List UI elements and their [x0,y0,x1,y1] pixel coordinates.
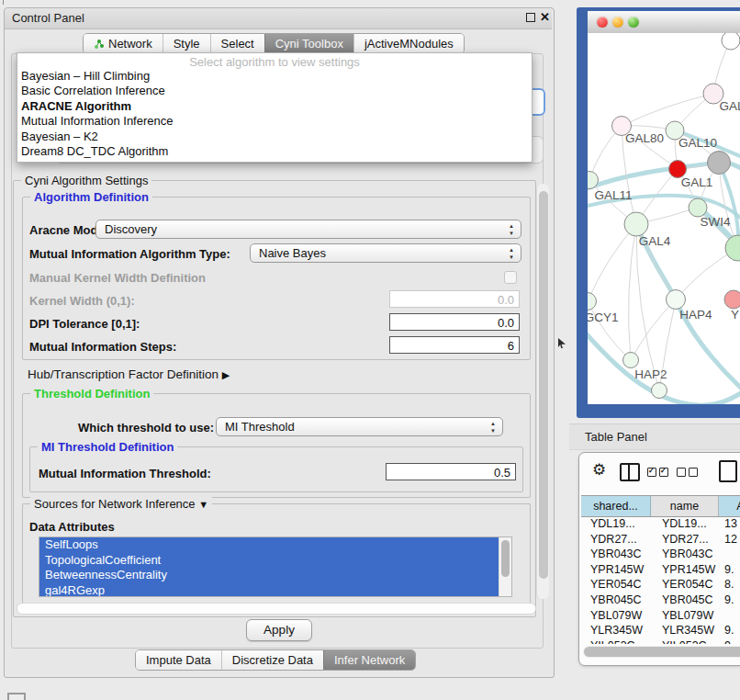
aracne-mode-select[interactable]: Discovery ▲▼ [95,220,521,239]
tab-jactivemnodules[interactable]: jActiveMNodules [353,34,464,53]
table-panel-title: Table Panel [585,424,647,449]
select-all-icon[interactable] [647,468,668,477]
table-row[interactable]: YDL19...YDL19...13 [581,516,740,532]
table-body: YDL19...YDL19...13YDR27...YDR27...12YBR0… [581,516,740,644]
which-threshold-select[interactable]: MI Threshold ▲▼ [216,417,503,436]
column-header-a[interactable]: A [719,496,740,516]
dpi-tolerance-label: DPI Tolerance [0,1]: [29,317,140,331]
network-node[interactable] [722,33,740,50]
column-header-name[interactable]: name [651,496,719,516]
tab-network[interactable]: Network [84,34,163,53]
tab-impute-data[interactable]: Impute Data [136,650,221,670]
settings-scrollbar-thumb[interactable] [539,191,548,579]
network-node-hap2[interactable] [623,353,639,368]
document-icon[interactable] [719,460,737,482]
network-node[interactable] [708,152,731,175]
minimize-traffic-light[interactable] [612,17,623,28]
table-window: ⚙ shared...nameA YDL19...YDL19...13YDR27… [578,452,740,666]
dock-mini-icon[interactable] [7,693,26,700]
manual-kernel-checkbox[interactable] [504,271,517,284]
table-row[interactable]: YBR043CYBR043C [581,547,740,562]
deselect-all-icon[interactable] [677,468,698,477]
network-node-hap4[interactable] [667,290,686,310]
table-row[interactable]: YLR345WYLR345W9. [581,623,740,638]
table-row[interactable]: YDR27...YDR27...12 [581,532,740,548]
table-row[interactable]: YBL079WYBL079W [581,608,740,624]
close-traffic-light[interactable] [597,17,608,28]
table-hscroll-thumb[interactable] [584,647,740,657]
data-attributes-list[interactable]: SelfLoopsTopologicalCoefficientBetweenne… [39,536,512,597]
network-canvas[interactable]: GALGAL80GAL10GAL1GAL11SWI4GAL4GCY1HAP4YH… [588,33,740,404]
network-node[interactable] [725,235,740,261]
expanded-triangle-icon[interactable]: ▼ [198,499,208,510]
mi-steps-label: Mutual Information Steps: [29,340,176,354]
mi-threshold-field[interactable]: 0.5 [386,463,516,480]
node-label-gal: GAL [719,99,740,113]
algorithm-option-aracne-algorithm[interactable]: ARACNE Algorithm [17,99,532,114]
algorithm-option-basic-correlation-inference[interactable]: Basic Correlation Inference [17,84,532,98]
mi-type-label: Mutual Information Algorithm Type: [29,247,230,261]
mi-threshold-legend: MI Threshold Definition [38,440,177,454]
settings-vertical-scrollbar[interactable] [536,184,549,599]
network-node-y[interactable] [724,290,740,309]
tab-label: Cyni Toolbox [275,37,343,51]
attribute-item-selfloops[interactable]: SelfLoops [39,537,499,553]
table-cell: YIL053C [581,638,651,644]
algorithm-option-bayesian-hill-climbing[interactable]: Bayesian – Hill Climbing [17,69,532,84]
dpi-tolerance-field[interactable]: 0.0 [389,313,520,331]
list-vertical-scrollbar[interactable] [499,537,511,596]
node-label-gal10: GAL10 [678,136,717,150]
aracne-mode-value: Discovery [105,222,157,236]
tab-style[interactable]: Style [163,34,210,53]
network-graph[interactable]: GALGAL80GAL10GAL1GAL11SWI4GAL4GCY1HAP4YH… [588,33,740,404]
table-row[interactable]: YPR145WYPR145W9. [581,562,740,578]
table-header-row: shared...nameA [581,495,740,517]
close-icon[interactable]: ✕ [540,10,550,25]
mi-type-select[interactable]: Naive Bayes ▲▼ [250,243,521,263]
network-node-gcy1[interactable] [588,293,597,310]
network-node-gal4[interactable] [624,212,648,236]
gear-icon[interactable]: ⚙ [592,460,606,480]
tab-discretize-data[interactable]: Discretize Data [221,650,323,670]
table-cell: 13 [719,516,740,532]
table-row[interactable]: YBR045CYBR045C9. [581,593,740,608]
zoom-traffic-light[interactable] [628,17,639,28]
which-threshold-label: Which threshold to use: [78,421,214,435]
attribute-item-betweennesscentrality[interactable]: BetweennessCentrality [39,568,499,583]
mi-steps-field[interactable]: 6 [389,336,520,354]
network-node-swi4[interactable] [689,198,707,217]
algorithm-option-mutual-information-inference[interactable]: Mutual Information Inference [17,114,532,129]
hub-tf-definition-toggle[interactable]: Hub/Transcription Factor Definition ▶ [28,367,230,381]
column-header-shared[interactable]: shared... [581,496,651,516]
kernel-width-field[interactable]: 0.0 [389,290,520,308]
table-cell: 9 [719,638,740,644]
table-cell [719,608,740,624]
node-label-hap2: HAP2 [634,367,667,381]
hub-tf-definition-label: Hub/Transcription Factor Definition [28,367,219,381]
tab-cyni-toolbox[interactable]: Cyni Toolbox [264,34,353,53]
network-view-window[interactable]: GALGAL80GAL10GAL1GAL11SWI4GAL4GCY1HAP4YH… [577,7,740,418]
tab-select[interactable]: Select [210,34,264,53]
list-scrollbar-thumb[interactable] [501,540,510,577]
tab-label: Select [221,37,254,51]
split-columns-icon[interactable] [620,463,640,481]
algorithm-option-bayesian-k2[interactable]: Bayesian – K2 [17,130,532,144]
kernel-width-label: Kernel Width (0,1): [29,294,135,308]
tab-label: Style [174,37,200,51]
table-cell: YER054C [581,577,651,593]
sources-legend: Sources for Network Inference ▼ [30,497,212,511]
table-row[interactable]: YER054CYER054C8. [581,577,740,593]
apply-button[interactable]: Apply [246,619,312,641]
network-window-titlebar[interactable] [588,11,740,34]
tab-infer-network[interactable]: Infer Network [323,650,415,670]
mi-type-value: Naive Bayes [259,246,326,260]
settings-horizontal-scrollbar[interactable] [17,603,536,615]
tab-label: jActiveMNodules [364,37,454,51]
table-row[interactable]: YIL053CYIL053C9 [581,638,740,644]
float-window-icon[interactable] [526,13,535,22]
attribute-item-topologicalcoefficient[interactable]: TopologicalCoefficient [39,553,499,569]
attribute-item-gal4rgexp[interactable]: gal4RGexp [39,583,499,598]
network-node[interactable] [652,383,667,399]
algorithm-option-dream8-dc-tdc-algorithm[interactable]: Dream8 DC_TDC Algorithm [17,144,532,159]
table-horizontal-scrollbar[interactable] [583,646,740,658]
